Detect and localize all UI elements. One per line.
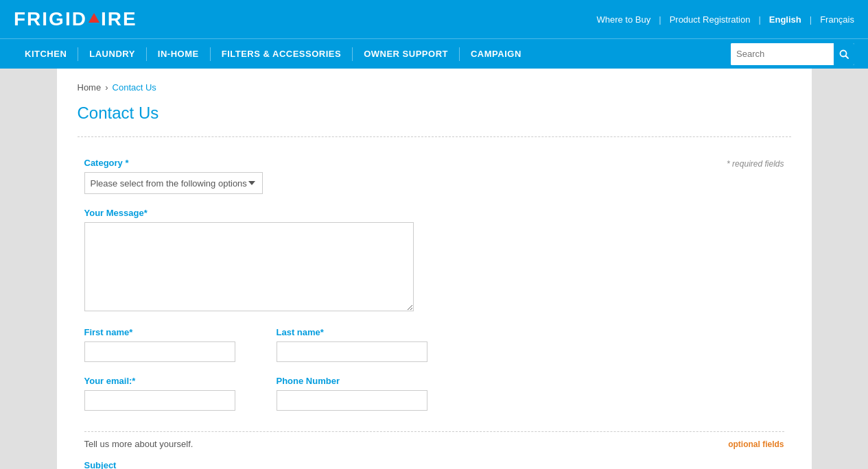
- top-links: Where to Buy | Product Registration | En…: [596, 14, 854, 25]
- tell-more-header: Tell us more about yourself. optional fi…: [84, 439, 784, 449]
- message-label-text: Your Message: [84, 208, 144, 218]
- breadcrumb-arrow: ›: [105, 82, 108, 93]
- french-link[interactable]: Français: [820, 14, 854, 25]
- top-bar: FRIGID IRE Where to Buy | Product Regist…: [0, 0, 868, 38]
- category-row-header: Category * Please select from the follow…: [84, 158, 784, 194]
- phone-group: Phone Number: [277, 376, 427, 411]
- english-link[interactable]: English: [769, 14, 801, 25]
- first-name-group: First name*: [84, 327, 235, 362]
- first-name-label: First name*: [84, 327, 235, 337]
- email-group: Your email:*: [84, 376, 235, 411]
- separator-2: |: [758, 14, 760, 25]
- form-divider-top: [78, 136, 791, 137]
- required-note: * required fields: [727, 159, 784, 169]
- first-name-input[interactable]: [84, 341, 235, 362]
- message-textarea[interactable]: [84, 222, 414, 311]
- subject-group: Subject: [84, 460, 784, 469]
- nav-items: KITCHEN LAUNDRY IN-HOME FILTERS & ACCESS…: [14, 39, 731, 69]
- logo-text-1: FRIGID: [14, 8, 87, 30]
- search-input[interactable]: [731, 43, 834, 65]
- last-name-label: Last name*: [277, 327, 427, 337]
- optional-note: optional fields: [728, 440, 784, 449]
- nav-bar: KITCHEN LAUNDRY IN-HOME FILTERS & ACCESS…: [0, 38, 868, 69]
- email-phone-row: Your email:* Phone Number: [84, 376, 784, 411]
- category-select-wrapper: Please select from the following options: [84, 172, 263, 194]
- last-name-input[interactable]: [277, 341, 427, 362]
- category-required-star: *: [123, 158, 129, 168]
- phone-input[interactable]: [277, 390, 427, 411]
- logo-text-2: IRE: [101, 8, 137, 30]
- nav-item-kitchen[interactable]: KITCHEN: [14, 39, 78, 69]
- tell-more-label: Tell us more about yourself.: [84, 439, 193, 449]
- search-icon: [839, 49, 849, 59]
- phone-label: Phone Number: [277, 376, 427, 386]
- email-label: Your email:*: [84, 376, 235, 386]
- category-label-text: Category: [84, 158, 123, 168]
- breadcrumb: Home › Contact Us: [78, 82, 791, 93]
- category-field-group: Category * Please select from the follow…: [84, 158, 263, 194]
- nav-item-campaign[interactable]: CAMPAIGN: [460, 39, 532, 69]
- logo-triangle-icon: [89, 13, 99, 23]
- content-wrapper: Home › Contact Us Contact Us Category * …: [57, 69, 812, 469]
- message-required-star: *: [144, 208, 148, 218]
- page-outer: FRIGID IRE Where to Buy | Product Regist…: [0, 0, 868, 469]
- email-input[interactable]: [84, 390, 235, 411]
- message-label: Your Message*: [84, 208, 784, 218]
- separator-3: |: [810, 14, 812, 25]
- contact-form: Category * Please select from the follow…: [78, 151, 791, 469]
- page-title: Contact Us: [78, 104, 791, 123]
- required-note-container: * required fields: [727, 158, 784, 169]
- breadcrumb-home[interactable]: Home: [78, 82, 102, 93]
- category-select[interactable]: Please select from the following options: [84, 172, 263, 194]
- product-registration-link[interactable]: Product Registration: [670, 14, 751, 25]
- message-field-group: Your Message*: [84, 208, 784, 313]
- nav-item-laundry[interactable]: LAUNDRY: [78, 39, 146, 69]
- svg-line-1: [846, 56, 849, 58]
- nav-item-owner-support[interactable]: OWNER SUPPORT: [353, 39, 459, 69]
- separator-1: |: [659, 14, 661, 25]
- logo: FRIGID IRE: [14, 8, 137, 30]
- breadcrumb-current: Contact Us: [113, 82, 156, 93]
- tell-more-section: Tell us more about yourself. optional fi…: [84, 431, 784, 469]
- search-box: [731, 43, 854, 65]
- search-button[interactable]: [834, 43, 854, 65]
- where-to-buy-link[interactable]: Where to Buy: [596, 14, 650, 25]
- nav-item-filters[interactable]: FILTERS & ACCESSORIES: [211, 39, 352, 69]
- category-label: Category *: [84, 158, 263, 168]
- nav-item-inhome[interactable]: IN-HOME: [147, 39, 210, 69]
- subject-label: Subject: [84, 460, 784, 469]
- name-row: First name* Last name*: [84, 327, 784, 362]
- last-name-group: Last name*: [277, 327, 427, 362]
